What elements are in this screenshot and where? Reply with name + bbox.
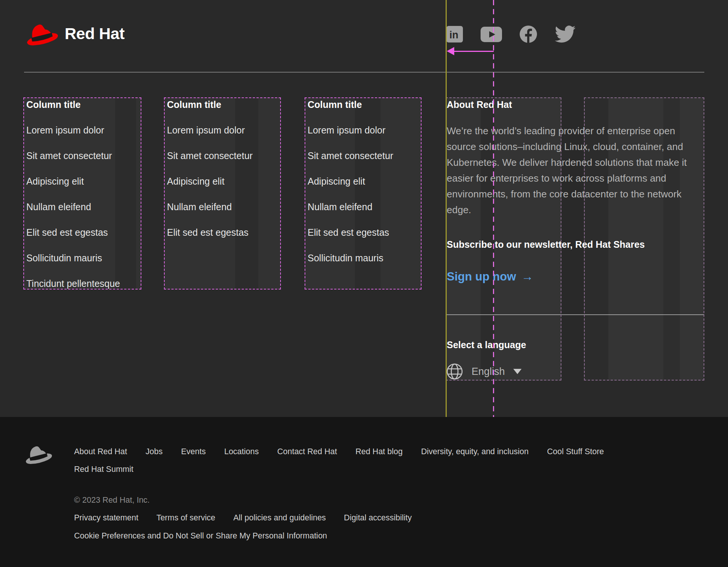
about-description: We’re the world’s leading provider of en…	[447, 123, 705, 218]
annotation-measure-arrowhead	[447, 47, 454, 55]
annotation-measure-arrow	[453, 51, 494, 52]
footer-nav-link[interactable]: About Red Hat	[74, 447, 127, 456]
footer-nav-link[interactable]: Contact Red Hat	[277, 447, 337, 456]
redhat-logo[interactable]: Red Hat	[24, 20, 124, 47]
column-link[interactable]: Elit sed est egestas	[167, 227, 280, 238]
footer-nav: About Red HatJobsEventsLocationsContact …	[74, 447, 664, 474]
legal-link[interactable]: All policies and guidelines	[233, 513, 326, 523]
column-link[interactable]: Adipiscing elit	[26, 176, 139, 187]
fedora-icon	[23, 441, 53, 467]
footer-nav-link[interactable]: Red Hat Summit	[74, 465, 133, 474]
column-link[interactable]: Sit amet consectetur	[167, 150, 280, 161]
column-link[interactable]: Nullam eleifend	[167, 201, 280, 212]
language-heading: Select a language	[447, 340, 526, 350]
column-title: Column title	[26, 99, 139, 110]
column-link[interactable]: Nullam eleifend	[308, 201, 420, 212]
youtube-icon	[481, 27, 502, 42]
column-link[interactable]: Elit sed est egestas	[308, 227, 420, 238]
about-title: About Red Hat	[447, 97, 706, 110]
footer-nav-link[interactable]: Jobs	[146, 447, 162, 456]
language-selector[interactable]: English	[446, 363, 522, 380]
redhat-fedora-icon	[24, 20, 59, 47]
column-link[interactable]: Lorem ipsum dolor	[26, 124, 139, 136]
footer-nav-link[interactable]: Diversity, equity, and inclusion	[421, 447, 529, 456]
selected-language: English	[472, 366, 505, 377]
global-footer-bar: About Red HatJobsEventsLocationsContact …	[0, 417, 728, 567]
column-links: Lorem ipsum dolorSit amet consecteturAdi…	[308, 124, 420, 264]
redhat-footer-spec-page: Red Hat in	[0, 0, 728, 567]
social-link-facebook[interactable]	[520, 26, 537, 43]
signup-link[interactable]: Sign up now →	[447, 270, 533, 284]
column-title: Column title	[308, 99, 420, 110]
twitter-icon	[555, 26, 576, 43]
column-link[interactable]: Sit amet consectetur	[26, 150, 139, 161]
copyright: © 2023 Red Hat, Inc.	[74, 496, 150, 505]
column-links: Lorem ipsum dolorSit amet consecteturAdi…	[167, 124, 280, 238]
footer-nav-link[interactable]: Locations	[224, 447, 259, 456]
social-link-youtube[interactable]	[481, 27, 502, 42]
linkedin-icon: in	[446, 26, 463, 42]
column-links: Lorem ipsum dolorSit amet consecteturAdi…	[26, 124, 139, 289]
column-link[interactable]: Lorem ipsum dolor	[167, 124, 280, 136]
column-link[interactable]: Adipiscing elit	[167, 176, 280, 187]
column-link[interactable]: Sollicitudin mauris	[26, 252, 139, 264]
column-link[interactable]: Tincidunt pellentesque	[26, 278, 139, 289]
signup-label: Sign up now	[447, 270, 516, 284]
legal-link[interactable]: Privacy statement	[74, 513, 138, 523]
legal-link[interactable]: Digital accessibility	[344, 513, 412, 523]
legal-link[interactable]: Terms of service	[156, 513, 215, 523]
chevron-down-icon	[513, 369, 522, 374]
legal-links: Privacy statementTerms of serviceAll pol…	[74, 513, 412, 523]
footer-link-column: Column title Lorem ipsum dolorSit amet c…	[24, 97, 139, 303]
footer-link-column: Column title Lorem ipsum dolorSit amet c…	[165, 97, 280, 252]
column-link[interactable]: Sit amet consectetur	[308, 150, 420, 161]
annotation-yellow-guide-line	[446, 0, 447, 417]
column-title: Column title	[167, 99, 280, 110]
cookie-preferences-link[interactable]: Cookie Preferences and Do Not Sell or Sh…	[74, 531, 327, 541]
footer-nav-link[interactable]: Cool Stuff Store	[547, 447, 604, 456]
arrow-right-icon: →	[521, 270, 533, 284]
column-link[interactable]: Lorem ipsum dolor	[308, 124, 420, 136]
newsletter-heading: Subscribe to our newsletter, Red Hat Sha…	[447, 239, 706, 250]
globe-icon	[446, 363, 463, 380]
footer-nav-link[interactable]: Events	[181, 447, 206, 456]
footer-main-section: Red Hat in	[0, 0, 728, 417]
column-link[interactable]: Sollicitudin mauris	[308, 252, 420, 264]
facebook-icon	[520, 26, 537, 43]
annotation-magenta-dashed-line	[493, 0, 494, 417]
svg-text:in: in	[449, 29, 458, 41]
column-link[interactable]: Elit sed est egestas	[26, 227, 139, 238]
footer-link-column: Column title Lorem ipsum dolorSit amet c…	[305, 97, 420, 278]
social-link-twitter[interactable]	[555, 26, 576, 43]
logo-wordmark: Red Hat	[65, 24, 124, 43]
column-link[interactable]: Adipiscing elit	[308, 176, 420, 187]
column-link[interactable]: Nullam eleifend	[26, 201, 139, 212]
social-links: in	[446, 26, 576, 43]
social-link-linkedin[interactable]: in	[446, 26, 463, 42]
header-divider	[24, 72, 704, 73]
about-section: About Red Hat We’re the world’s leading …	[447, 97, 706, 284]
footer-nav-link[interactable]: Red Hat blog	[355, 447, 403, 456]
